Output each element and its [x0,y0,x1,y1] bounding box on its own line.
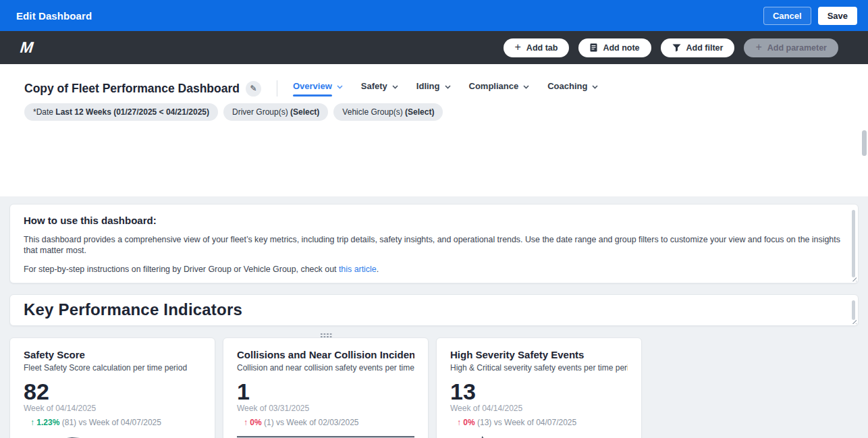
filter-label: *Date [33,107,55,117]
driver-group-filter-chip[interactable]: Driver Group(s) (Select) [223,103,328,121]
vehicle-group-filter-chip[interactable]: Vehicle Group(s) (Select) [333,103,443,121]
kpi-section-heading: Key Performance Indicators [24,300,844,319]
tab-idling[interactable]: Idling [416,80,451,97]
toolbar-actions: + Add tab Add note Add filter + Add para… [504,38,838,57]
tab-label: Overview [293,81,332,91]
dashboard-content: Copy of Fleet Performance Dashboard ✎ Ov… [0,64,868,438]
widget-board: How to use this dashboard: This dashboar… [0,196,868,438]
filter-value: (Select) [290,107,319,117]
pencil-icon: ✎ [250,84,256,93]
add-parameter-button[interactable]: + Add parameter [744,38,838,57]
filter-label: Driver Group(s) [232,107,290,117]
kpi-section-header-card[interactable]: Key Performance Indicators [9,294,859,326]
dashboard-title: Copy of Fleet Performance Dashboard [24,82,240,96]
kpi-delta: ↑ 0% (1) vs Week of 02/03/2025 [237,418,414,427]
tab-coaching[interactable]: Coaching [547,80,598,97]
kpi-week-label: Week of 04/14/2025 [450,404,628,413]
add-filter-button[interactable]: Add filter [661,38,735,57]
save-button[interactable]: Save [818,7,857,25]
delta-comparison-text: (13) vs Week of 04/07/2025 [475,418,577,427]
tab-safety[interactable]: Safety [361,80,398,97]
plus-icon: + [515,42,521,53]
note-text: . [377,265,379,274]
dashboard-toolbar: M + Add tab Add note Add filter + Add pa [0,31,868,64]
edit-mode-bar: Edit Dashboard Cancel Save [0,0,868,31]
kpi-title: Safety Score [24,349,201,360]
delta-up-arrow-and-percent: ↑ 1.23% [30,418,59,427]
kpi-delta: ↑ 0% (13) vs Week of 04/07/2025 [450,418,628,427]
dashboard-tabs: Overview Safety Idling Compliance Coachi… [293,80,598,97]
tab-compliance[interactable]: Compliance [469,80,530,97]
add-note-label: Add note [603,43,639,53]
delta-up-arrow-and-percent: ↑ 0% [244,418,262,427]
filter-value: (Select) [405,107,434,117]
filter-funnel-icon [672,44,681,52]
note-text: For step-by-step instructions on filteri… [24,265,339,274]
kpi-delta: ↑ 1.23% (81) vs Week of 04/07/2025 [24,418,201,427]
kpi-value: 82 [24,381,201,402]
chevron-down-icon [445,81,451,91]
kpi-cards-row: Safety Score Fleet Safety Score calculat… [9,337,859,438]
chevron-down-icon [337,81,343,91]
kpi-subtitle: Fleet Safety Score calculation per time … [24,363,201,373]
add-filter-label: Add filter [686,43,724,53]
safety-score-card[interactable]: Safety Score Fleet Safety Score calculat… [9,337,215,438]
add-note-button[interactable]: Add note [578,38,651,57]
card-scrollbar[interactable] [852,300,855,320]
tab-label: Coaching [547,81,587,91]
delta-up-arrow-and-percent: ↑ 0% [457,418,475,427]
safety-score-sparkline [24,432,201,438]
kpi-subtitle: Collision and near collision safety even… [237,363,414,373]
kpi-title: High Severity Safety Events [450,349,628,360]
tab-label: Compliance [469,81,519,91]
kpi-week-label: Week of 03/31/2025 [237,404,414,413]
add-tab-label: Add tab [526,43,558,53]
plus-icon: + [755,42,761,53]
high-severity-sparkline [450,432,628,438]
collisions-sparkline [237,432,414,438]
how-to-use-note-card[interactable]: How to use this dashboard: This dashboar… [9,204,859,283]
note-paragraph: This dashboard provides a comprehensive … [24,235,840,256]
dashboard-header: Copy of Fleet Performance Dashboard ✎ Ov… [0,64,868,97]
page-scrollbar-thumb[interactable] [862,130,867,156]
kpi-week-label: Week of 04/14/2025 [24,404,201,413]
edit-mode-title: Edit Dashboard [16,10,92,22]
date-filter-chip[interactable]: *Date Last 12 Weeks (01/27/2025 < 04/21/… [24,103,218,121]
drag-handle[interactable] [320,333,332,338]
card-scrollbar[interactable] [852,210,855,277]
filter-label: Vehicle Group(s) [342,107,405,117]
chevron-down-icon [523,81,529,91]
filter-value: Last 12 Weeks (01/27/2025 < 04/21/2025) [55,107,209,117]
kpi-title: Collisions and Near Collision Incidents [237,349,414,360]
high-severity-events-card[interactable]: High Severity Safety Events High & Criti… [436,337,642,438]
tab-label: Idling [416,81,440,91]
add-tab-button[interactable]: + Add tab [504,38,570,57]
this-article-link[interactable]: this article [339,265,377,274]
note-heading: How to use this dashboard: [24,215,840,226]
kpi-value: 13 [450,381,628,402]
delta-comparison-text: (81) vs Week of 04/07/2025 [59,418,161,427]
tab-label: Safety [361,81,387,91]
motive-logo: M [20,38,34,57]
edit-mode-actions: Cancel Save [763,7,857,25]
kpi-value: 1 [237,381,414,402]
note-paragraph: For step-by-step instructions on filteri… [24,265,840,275]
note-icon [590,43,597,52]
tab-overview[interactable]: Overview [293,80,343,97]
kpi-subtitle: High & Critical severity safety events p… [450,363,628,373]
filter-chips: *Date Last 12 Weeks (01/27/2025 < 04/21/… [24,103,868,121]
delta-comparison-text: (1) vs Week of 02/03/2025 [262,418,359,427]
chevron-down-icon [392,81,398,91]
chevron-down-icon [592,81,598,91]
collisions-card[interactable]: Collisions and Near Collision Incidents … [223,337,429,438]
divider [277,80,277,97]
add-parameter-label: Add parameter [767,43,827,53]
edit-dashboard-page: Edit Dashboard Cancel Save M + Add tab A… [0,0,868,438]
cancel-button[interactable]: Cancel [763,7,811,25]
edit-title-button[interactable]: ✎ [246,81,261,97]
